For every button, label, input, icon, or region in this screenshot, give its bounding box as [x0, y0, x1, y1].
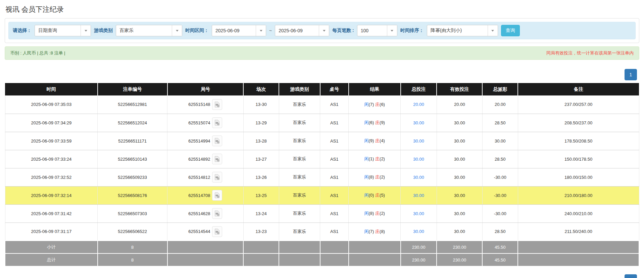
video-replay-button[interactable] — [212, 226, 222, 237]
cell-total-bet[interactable]: 30.00 — [401, 132, 437, 150]
cell-total-bet[interactable]: 30.00 — [401, 186, 437, 204]
cell-bet-id: 522566512981 — [98, 95, 167, 114]
result-player-score: (7) — [369, 102, 374, 107]
page-title: 视讯 会员下注纪录 — [5, 5, 639, 14]
cell-result: 闲(8) 庄(2) — [349, 168, 401, 186]
cell-bet-id: 522566510143 — [98, 150, 167, 168]
date-to-dropdown-button[interactable] — [319, 25, 329, 36]
totals-label: 总计 — [5, 253, 98, 266]
totals-empty — [243, 253, 279, 266]
cell-game-type: 百家乐 — [279, 168, 320, 186]
cell-session: 13-23 — [243, 223, 279, 241]
time-sort-dropdown-button[interactable] — [488, 25, 498, 36]
cell-total-bet[interactable]: 30.00 — [401, 114, 437, 132]
video-replay-button[interactable] — [212, 135, 222, 146]
video-replay-button[interactable] — [212, 172, 222, 183]
date-from-dropdown-button[interactable] — [256, 25, 266, 36]
total-bet-link[interactable]: 30.00 — [413, 120, 424, 125]
video-record-icon — [214, 174, 220, 180]
page-size-label: 每页笔数 : — [332, 28, 354, 34]
page-1-button-bottom[interactable]: 1 — [625, 274, 637, 278]
total-bet-link[interactable]: 20.00 — [413, 102, 424, 107]
result-banker-label: 庄 — [375, 156, 380, 161]
cell-remark: 178.50/208.50 — [518, 132, 639, 150]
cell-result: 闲(0) 庄(5) — [349, 186, 401, 204]
table-row: 2025-06-09 07:33:59522566511171625514994… — [5, 132, 639, 150]
date-to-select[interactable]: 2025-06-09 — [275, 25, 329, 36]
round-id-wrap: 625514994 — [169, 135, 242, 146]
page-size-dropdown-button[interactable] — [387, 25, 397, 36]
cell-remark: 210.00/180.00 — [518, 186, 639, 204]
cell-result: 闲(8) 庄(2) — [349, 204, 401, 223]
totals-total-bet: 230.00 — [401, 241, 437, 253]
cell-total-bet[interactable]: 30.00 — [401, 223, 437, 241]
video-replay-button[interactable] — [212, 154, 222, 164]
video-replay-button[interactable] — [212, 117, 222, 128]
result-player-score: (8) — [369, 174, 374, 180]
video-replay-button[interactable] — [212, 190, 222, 201]
cell-game-type: 百家乐 — [279, 132, 320, 150]
total-bet-link[interactable]: 30.00 — [413, 229, 424, 234]
query-type-dropdown-button[interactable] — [81, 25, 91, 36]
date-from-select[interactable]: 2025-06-09 — [212, 25, 266, 36]
result-player-score: (8) — [369, 211, 374, 216]
cell-bet-id: 522566506522 — [98, 223, 167, 241]
total-bet-link[interactable]: 30.00 — [413, 138, 424, 144]
cell-round-id: 625515074 — [167, 114, 244, 132]
result-banker-score: (5) — [380, 193, 385, 198]
filter-panel: 请选择： 日期查询 游戏类别 百家乐 时间区间： 2025-06-09 ~ 20… — [5, 18, 639, 43]
cell-time: 2025-06-09 07:32:52 — [5, 168, 98, 186]
time-sort-value[interactable]: 降幂(由大到小) — [427, 25, 488, 36]
total-bet-link[interactable]: 30.00 — [413, 175, 424, 180]
game-type-select[interactable]: 百家乐 — [116, 25, 182, 36]
round-id-text: 625514892 — [188, 157, 210, 162]
query-type-value[interactable]: 日期查询 — [35, 25, 81, 36]
search-button[interactable]: 查询 — [501, 25, 520, 36]
time-sort-select[interactable]: 降幂(由大到小) — [427, 25, 498, 36]
cell-payout: 20.00 — [482, 95, 518, 114]
round-id-wrap: 625514812 — [169, 172, 242, 183]
chevron-down-icon — [491, 30, 494, 32]
game-type-value[interactable]: 百家乐 — [116, 25, 172, 36]
cell-total-bet[interactable]: 30.00 — [401, 204, 437, 223]
video-replay-button[interactable] — [212, 208, 222, 219]
total-bet-link[interactable]: 30.00 — [413, 157, 424, 162]
cell-session: 13-25 — [243, 186, 279, 204]
cell-session: 13-27 — [243, 150, 279, 168]
result-banker-score: (2) — [380, 174, 385, 180]
page-size-value[interactable]: 100 — [357, 25, 387, 36]
result-player-score: (6) — [369, 120, 374, 125]
totals-total-bet: 230.00 — [401, 253, 437, 266]
cell-valid-bet: 30.00 — [437, 186, 482, 204]
total-bet-link[interactable]: 30.00 — [413, 193, 424, 198]
cell-total-bet[interactable]: 30.00 — [401, 168, 437, 186]
result-banker-score: (6) — [380, 102, 385, 107]
cell-time: 2025-06-09 07:35:03 — [5, 95, 98, 114]
total-bet-link[interactable]: 30.00 — [413, 211, 424, 216]
header-row: 时间注单编号局号场次游戏类别桌号结果总投注有效投注总派彩备注 — [5, 83, 639, 95]
cell-valid-bet: 20.00 — [437, 95, 482, 114]
cell-time: 2025-06-09 07:33:59 — [5, 132, 98, 150]
date-to-value[interactable]: 2025-06-09 — [275, 25, 319, 36]
summary-note: 同局有效投注，统一计算在该局第一张注单内 — [546, 50, 634, 56]
video-replay-button[interactable] — [212, 99, 222, 110]
result-banker-label: 庄 — [375, 120, 380, 125]
totals-empty — [320, 253, 349, 266]
game-type-dropdown-button[interactable] — [172, 25, 182, 36]
totals-empty — [279, 241, 320, 253]
page-1-button[interactable]: 1 — [625, 69, 637, 80]
column-header: 结果 — [349, 83, 401, 95]
page-size-select[interactable]: 100 — [357, 25, 397, 36]
result-player-label: 闲 — [364, 211, 369, 216]
cell-payout: 28.50 — [482, 114, 518, 132]
cell-bet-id: 522566509233 — [98, 168, 167, 186]
query-type-select[interactable]: 日期查询 — [35, 25, 91, 36]
totals-empty — [167, 253, 244, 266]
cell-result: 闲(6) 庄(9) — [349, 114, 401, 132]
cell-remark: 237.00/257.00 — [518, 95, 639, 114]
cell-total-bet[interactable]: 30.00 — [401, 150, 437, 168]
date-from-value[interactable]: 2025-06-09 — [212, 25, 256, 36]
cell-total-bet[interactable]: 20.00 — [401, 95, 437, 114]
cell-result: 闲(7) 庄(6) — [349, 95, 401, 114]
round-id-wrap: 625514892 — [169, 154, 242, 164]
